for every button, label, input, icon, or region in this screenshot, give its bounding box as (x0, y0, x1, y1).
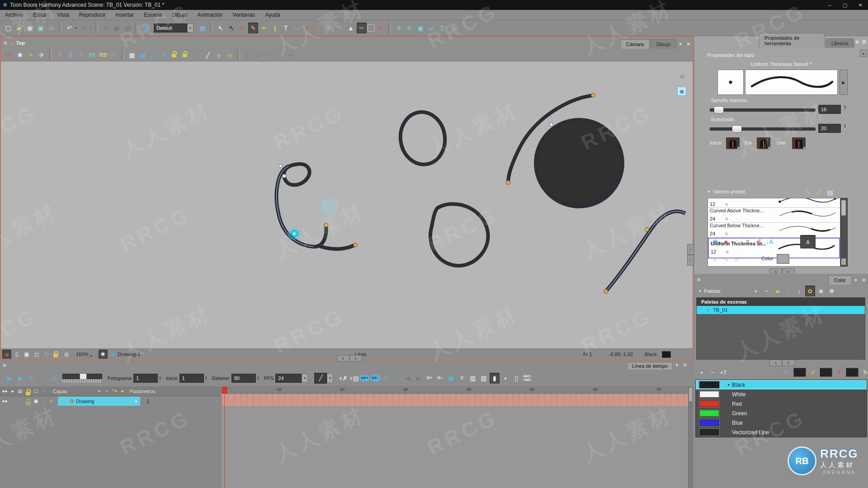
close-view-button[interactable]: ✕ (684, 40, 693, 49)
save-version-icon[interactable]: ▣ (36, 23, 46, 33)
line-type-dropdown[interactable]: ▾ (327, 373, 333, 383)
layer-stack-icon[interactable]: ▤ (17, 388, 24, 395)
swatch-row-blue[interactable]: Blue (696, 418, 867, 427)
menu-animacion[interactable]: Animación (192, 10, 227, 20)
eraser-tool-icon[interactable]: ∥ (270, 23, 280, 33)
selected-layer-track[interactable] (222, 394, 688, 406)
render-play-icon[interactable]: ▶ (16, 373, 26, 384)
pencil-swatch-chip[interactable] (793, 368, 806, 377)
current-frame-marker[interactable] (222, 387, 227, 394)
add-color-icon[interactable]: + (697, 367, 707, 378)
light-table-icon[interactable]: ☼ (214, 50, 224, 61)
solo-dot-icon[interactable]: ● (9, 388, 16, 395)
auto-fill-ellipse-icon[interactable]: ● (721, 236, 731, 247)
drawing-settings-gear-icon[interactable]: ✱ (15, 50, 25, 61)
frame-spinner[interactable]: ▲▼ (159, 376, 161, 380)
fps-dropdown-button[interactable]: ▾ (302, 374, 308, 383)
timeline-track-area[interactable] (222, 406, 688, 488)
onion-skin-prev-icon[interactable]: ◡ (149, 50, 159, 61)
lock-plus-icon[interactable] (181, 50, 191, 61)
close-button[interactable]: ✕ (853, 0, 868, 10)
pencil-swatch-icon[interactable]: ✎ (782, 367, 792, 378)
palette-view-swatch-icon[interactable]: ❁ (827, 286, 837, 296)
add-keyframe-icon[interactable]: KF+ (360, 375, 369, 381)
layer-i-icon[interactable]: I (76, 50, 86, 61)
solo-mode-icon[interactable]: ▮ (490, 373, 500, 384)
stop-field[interactable]: 80 (231, 374, 256, 383)
substitute-drawing-icon[interactable]: ABC++ABC (522, 373, 532, 384)
timeline-add-panel-button[interactable]: + (673, 361, 681, 370)
corner-join-icon[interactable]: ⌐ (710, 254, 720, 265)
pencil-editor-icon[interactable]: ✎ (721, 254, 731, 265)
pencil-tip-flat-icon[interactable]: ▭ (243, 50, 253, 61)
extra-toggle-icon[interactable]: ▣ (40, 388, 47, 395)
import-export-icon[interactable]: ⇄ (47, 23, 57, 33)
remove-palette-icon[interactable]: − (762, 286, 772, 296)
open-scene-icon[interactable]: ▰ (14, 23, 24, 33)
thumbnail-large-icon[interactable]: ▯ (511, 373, 521, 384)
join-button[interactable] (792, 137, 806, 149)
spline-offset-tool-icon[interactable]: ∿ (448, 23, 458, 33)
layer-gear-icon[interactable]: ✱ (99, 350, 108, 359)
panel-scroll-up-button[interactable]: ▲ (860, 50, 867, 57)
pencil-lines-icon[interactable]: ✎ (26, 50, 36, 61)
remove-color-icon[interactable]: − (708, 367, 717, 378)
color-add-panel-button[interactable]: + (852, 276, 860, 285)
preset-menu-icon[interactable]: ▤ (825, 187, 835, 198)
navigator-layers-icon[interactable]: ▣ (677, 87, 686, 96)
set-ease-icon[interactable]: Z (457, 373, 467, 384)
add-peg-icon[interactable]: ⁺+ (111, 388, 118, 395)
paper-plane-icon[interactable]: ✈ (37, 50, 47, 61)
sound-scrub-icon[interactable]: ♪s (48, 373, 58, 384)
workspace-icon[interactable]: ▦ (141, 23, 151, 33)
timeline-close-panel-button[interactable]: ✕ (681, 361, 689, 370)
scale-tool-icon[interactable]: ▣ (415, 23, 425, 33)
stop-motion-keyframe-icon[interactable]: ⋯ (392, 373, 402, 384)
sound-icon[interactable]: ♪ (38, 373, 47, 384)
pencil-tip-slant-icon[interactable]: ▱ (254, 50, 264, 61)
copy-icon[interactable]: ▣ (112, 23, 122, 33)
show-data-view-icon[interactable]: ▥ (479, 373, 489, 384)
drawing-swirl-icon[interactable]: ✾ (108, 350, 118, 359)
new-scene-icon[interactable]: ▢ (3, 23, 13, 33)
swatch-row-vectorized-line[interactable]: Vectorized Line (696, 427, 867, 437)
timeline-vertical-scrollbar[interactable] (688, 387, 693, 488)
workspace-select[interactable]: Default (154, 23, 187, 33)
tab-libreria[interactable]: Librería (826, 38, 854, 48)
camera-frame-icon[interactable]: ◻ (32, 350, 41, 359)
smooth-editor-icon[interactable]: ✐ (732, 254, 742, 265)
palette-view-list-icon[interactable]: ✿ (805, 286, 815, 296)
layer-rk-icon[interactable]: Rk (87, 50, 97, 61)
light-table-toggle-icon[interactable]: ☼ (2, 350, 11, 359)
loop-icon[interactable]: ↻ (27, 373, 37, 384)
maintain-size-tool-icon[interactable]: ↥ (437, 23, 447, 33)
swatch-row-black[interactable]: ● Black (696, 380, 867, 389)
tab-camara[interactable]: Cámara (620, 39, 650, 49)
menu-ayuda[interactable]: Ayuda (260, 10, 285, 20)
layer-lock-icon[interactable] (24, 398, 32, 405)
layer-pencil-icon[interactable]: ✎ (48, 398, 55, 405)
turntable-view-icon[interactable]: ▯ (12, 350, 21, 359)
preset-row[interactable]: Curved Above Thickne... 24 ↯ (708, 208, 840, 223)
next-frame-icon[interactable]: ▶ (414, 373, 424, 384)
current-color-swatch[interactable] (777, 254, 789, 264)
cap-end-button[interactable] (757, 137, 770, 149)
thumbnail-small-icon[interactable]: ▪ (500, 373, 510, 384)
remove-layer-icon[interactable]: − (104, 388, 110, 395)
layer-b-icon[interactable]: B (66, 50, 75, 61)
merge-with-top-layer-icon[interactable]: ↓A (764, 236, 774, 247)
pencil-tip-curve-icon[interactable]: ∿ (286, 50, 296, 61)
show-all-eyes-icon[interactable]: ●● (1, 388, 8, 395)
show-grid-icon[interactable]: ▦ (127, 50, 137, 61)
menu-vista[interactable]: Vista (52, 10, 74, 20)
expose-minus-icon[interactable]: K− (435, 373, 445, 384)
drawing-canvas[interactable]: ◇ ▣ (1, 61, 693, 349)
collapse-arrow-icon[interactable]: ▼ (707, 190, 711, 194)
tab-color[interactable]: Color (828, 275, 852, 285)
palette-view-edit-icon[interactable]: ❀ (816, 286, 826, 296)
empty-ellipse-icon[interactable]: ○ (732, 236, 742, 247)
rotate-tool-icon[interactable]: ↻ (405, 23, 415, 33)
swap-colors-icon[interactable]: ↻ (860, 367, 868, 378)
palette-folder-icon[interactable]: ▰ (773, 286, 783, 296)
tab-propiedades-herramienta[interactable]: Propiedades de herramienta (759, 33, 825, 48)
